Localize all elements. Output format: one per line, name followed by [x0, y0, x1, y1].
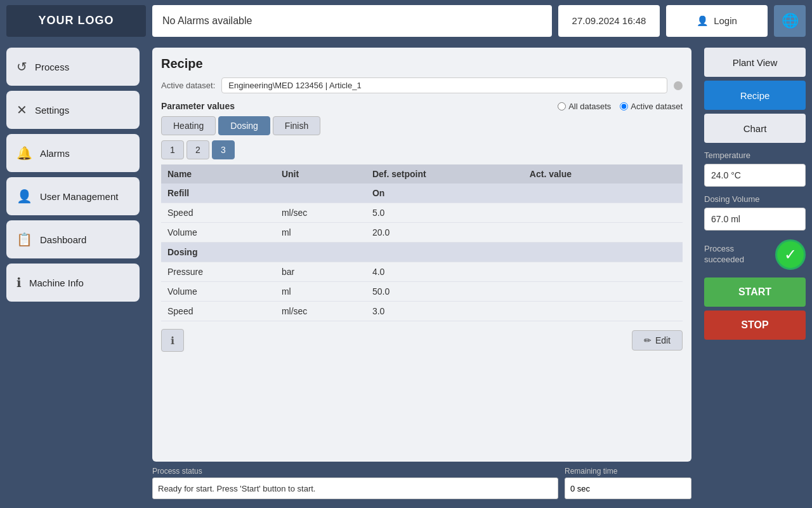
edit-label: Edit — [655, 335, 671, 345]
subtab-3[interactable]: 3 — [212, 140, 235, 159]
radio-active-input[interactable] — [620, 102, 628, 110]
login-button[interactable]: 👤 Login — [666, 5, 768, 37]
sidebar-label-settings: Settings — [35, 105, 69, 116]
sidebar-item-dashboard[interactable]: 📋 Dashboard — [6, 220, 140, 258]
radio-active-dataset[interactable]: Active dataset — [620, 102, 683, 111]
row-refill-volume-extra — [653, 223, 683, 243]
col-name: Name — [161, 164, 275, 184]
check-icon: ✓ — [784, 246, 797, 264]
edit-button[interactable]: ✏ Edit — [632, 330, 683, 351]
table-row: Volume ml 50.0 — [161, 282, 683, 302]
start-button[interactable]: START — [704, 277, 806, 307]
radio-active-label: Active dataset — [631, 102, 683, 111]
process-status-area: Process status Remaining time — [152, 467, 691, 502]
row-dosing-speed-actval — [523, 302, 653, 321]
col-def-setpoint: Def. setpoint — [366, 164, 523, 184]
section-refill-on: On — [366, 184, 523, 203]
row-dosing-speed-extra — [653, 302, 683, 321]
alarms-icon: 🔔 — [16, 145, 32, 161]
login-label: Login — [714, 15, 737, 26]
user-icon: 👤 — [697, 15, 709, 27]
row-refill-speed-setpoint: 5.0 — [366, 203, 523, 223]
subtabs-row: 1 2 3 — [161, 140, 683, 159]
dosing-volume-input[interactable] — [704, 208, 806, 231]
info-icon: ℹ — [171, 335, 174, 347]
settings-icon: ✕ — [16, 102, 27, 117]
row-refill-volume-actval — [523, 223, 653, 243]
process-status-label: Process status — [152, 467, 558, 476]
plant-view-button[interactable]: Plant View — [704, 48, 806, 77]
info-button[interactable]: ℹ — [161, 329, 184, 352]
row-dosing-volume-name: Volume — [161, 282, 275, 302]
dosing-volume-label: Dosing Volume — [704, 194, 806, 204]
language-button[interactable]: 🌐 — [774, 5, 806, 37]
row-dosing-pressure-actval — [523, 262, 653, 282]
subtab-1[interactable]: 1 — [161, 140, 184, 159]
param-values-label: Parameter values — [161, 101, 235, 111]
row-dosing-pressure-extra — [653, 262, 683, 282]
section-dosing: Dosing — [161, 243, 683, 262]
sidebar-item-alarms[interactable]: 🔔 Alarms — [6, 134, 140, 172]
edit-icon: ✏ — [644, 335, 652, 345]
sidebar-item-machine-info[interactable]: ℹ Machine Info — [6, 264, 140, 302]
sidebar-item-user-management[interactable]: 👤 User Management — [6, 177, 140, 215]
sidebar: ↺ Process ✕ Settings 🔔 Alarms 👤 User Man… — [0, 41, 146, 508]
row-dosing-pressure-unit: bar — [275, 262, 366, 282]
row-dosing-volume-unit: ml — [275, 282, 366, 302]
row-dosing-volume-extra — [653, 282, 683, 302]
active-dataset-value: Engineering\MED 123456 | Article_1 — [221, 77, 667, 93]
process-icon: ↺ — [16, 59, 27, 74]
sidebar-label-machine-info: Machine Info — [29, 277, 84, 288]
section-refill: Refill On — [161, 184, 683, 203]
globe-icon: 🌐 — [782, 13, 799, 29]
row-dosing-volume-setpoint: 50.0 — [366, 282, 523, 302]
process-succeeded-label: Process succeeded — [704, 244, 744, 265]
tabs-row: Heating Dosing Finish — [161, 116, 683, 135]
section-dosing-act — [523, 243, 653, 262]
sidebar-label-dashboard: Dashboard — [40, 234, 86, 245]
process-succeeded-indicator: ✓ — [775, 239, 806, 270]
row-refill-speed-name: Speed — [161, 203, 275, 223]
row-dosing-volume-actval — [523, 282, 653, 302]
table-row: Speed ml/sec 5.0 — [161, 203, 683, 223]
chart-button[interactable]: Chart — [704, 114, 806, 143]
active-dataset-label: Active dataset: — [161, 81, 215, 90]
section-dosing-name: Dosing — [161, 243, 275, 262]
section-dosing-on — [366, 243, 523, 262]
recipe-button[interactable]: Recipe — [704, 81, 806, 110]
tab-heating[interactable]: Heating — [161, 116, 216, 135]
user-management-icon: 👤 — [16, 189, 32, 204]
table-row: Volume ml 20.0 — [161, 223, 683, 243]
sidebar-item-process[interactable]: ↺ Process — [6, 48, 140, 86]
section-refill-extra — [653, 184, 683, 203]
temperature-input[interactable] — [704, 164, 806, 187]
subtab-2[interactable]: 2 — [187, 140, 209, 159]
remaining-time-label: Remaining time — [565, 467, 691, 476]
sidebar-label-process: Process — [35, 62, 69, 72]
row-refill-volume-name: Volume — [161, 223, 275, 243]
sidebar-label-user-management: User Management — [40, 191, 118, 202]
tab-dosing[interactable]: Dosing — [218, 116, 270, 135]
sidebar-item-settings[interactable]: ✕ Settings — [6, 91, 140, 129]
row-refill-volume-unit: ml — [275, 223, 366, 243]
row-dosing-pressure-setpoint: 4.0 — [366, 262, 523, 282]
recipe-title: Recipe — [161, 57, 683, 71]
right-panel: Plant View Recipe Chart Temperature Dosi… — [698, 41, 812, 508]
recipe-panel: Recipe Active dataset: Engineering\MED 1… — [152, 48, 691, 462]
process-status-container: Process status — [152, 467, 558, 499]
alarm-status: No Alarms available — [152, 5, 552, 37]
row-dosing-speed-setpoint: 3.0 — [366, 302, 523, 321]
tab-finish[interactable]: Finish — [273, 116, 320, 135]
radio-all-datasets[interactable]: All datasets — [558, 102, 611, 111]
radio-all-input[interactable] — [558, 102, 566, 110]
row-refill-speed-unit: ml/sec — [275, 203, 366, 223]
dashboard-icon: 📋 — [16, 232, 32, 247]
stop-button[interactable]: STOP — [704, 311, 806, 340]
machine-info-icon: ℹ — [16, 275, 22, 290]
process-status-input — [152, 478, 558, 499]
dataset-radio-group: All datasets Active dataset — [558, 102, 683, 111]
row-dosing-speed-unit: ml/sec — [275, 302, 366, 321]
radio-all-label: All datasets — [568, 102, 611, 111]
row-dosing-speed-name: Speed — [161, 302, 275, 321]
param-table: Name Unit Def. setpoint Act. value Refil… — [161, 164, 683, 321]
